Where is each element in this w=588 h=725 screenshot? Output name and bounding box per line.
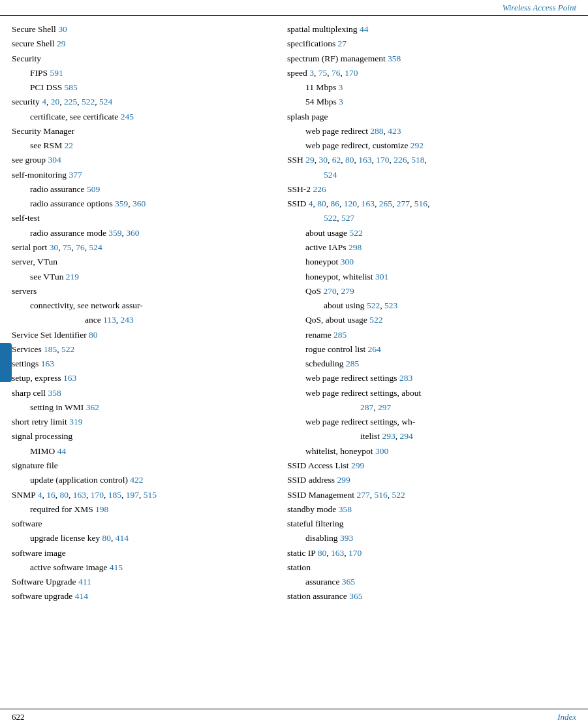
page-link[interactable]: 29 [305, 155, 315, 165]
page-link[interactable]: 523 [384, 300, 397, 310]
page-link[interactable]: 522 [324, 213, 337, 223]
page-link[interactable]: 591 [50, 68, 63, 78]
page-link[interactable]: 524 [89, 242, 102, 252]
page-link[interactable]: 300 [375, 446, 388, 456]
page-link[interactable]: 3 [309, 68, 314, 78]
page-link[interactable]: 359 [108, 228, 121, 238]
page-link[interactable]: 29 [57, 39, 66, 48]
page-link[interactable]: 163 [41, 359, 54, 368]
page-link[interactable]: 75 [318, 68, 328, 78]
page-link[interactable]: 225 [64, 97, 77, 106]
page-link[interactable]: 4 [309, 199, 313, 208]
page-link[interactable]: 516 [414, 199, 427, 208]
page-link[interactable]: 283 [399, 373, 412, 383]
page-link[interactable]: 219 [66, 272, 79, 282]
page-link[interactable]: 415 [110, 562, 123, 572]
page-link[interactable]: 264 [368, 344, 381, 354]
page-link[interactable]: 524 [99, 97, 112, 106]
page-link[interactable]: 285 [333, 330, 347, 340]
page-link[interactable]: 243 [121, 315, 134, 325]
page-link[interactable]: 30 [50, 242, 59, 252]
page-link[interactable]: 509 [87, 184, 100, 194]
page-link[interactable]: 4 [38, 490, 42, 500]
page-link[interactable]: 319 [69, 417, 82, 427]
page-link[interactable]: 365 [349, 591, 362, 601]
page-link[interactable]: 80 [317, 199, 326, 208]
page-link[interactable]: 80 [345, 155, 354, 165]
page-link[interactable]: 279 [341, 286, 354, 296]
page-link[interactable]: 120 [344, 199, 357, 208]
page-link[interactable]: 185 [44, 344, 57, 354]
page-link[interactable]: 365 [342, 577, 355, 587]
page-link[interactable]: 300 [341, 257, 354, 266]
page-link[interactable]: 358 [388, 54, 401, 63]
page-link[interactable]: 170 [376, 155, 389, 165]
page-link[interactable]: 3 [339, 97, 343, 106]
page-link[interactable]: 585 [65, 82, 78, 92]
page-link[interactable]: 524 [324, 170, 337, 180]
page-link[interactable]: 293 [382, 431, 395, 441]
page-link[interactable]: 298 [348, 242, 362, 252]
page-link[interactable]: 301 [375, 272, 388, 282]
page-link[interactable]: 297 [378, 402, 391, 412]
page-link[interactable]: 76 [76, 242, 85, 252]
page-link[interactable]: 163 [73, 490, 86, 500]
page-link[interactable]: 362 [86, 402, 99, 412]
page-link[interactable]: 358 [339, 504, 352, 514]
page-link[interactable]: 422 [130, 475, 143, 485]
page-link[interactable]: 358 [48, 388, 61, 398]
page-link[interactable]: 62 [332, 155, 341, 165]
page-link[interactable]: 393 [340, 533, 353, 543]
page-link[interactable]: 80 [59, 490, 69, 500]
page-link[interactable]: 277 [397, 199, 410, 208]
page-link[interactable]: 76 [332, 68, 341, 78]
page-link[interactable]: 80 [89, 330, 98, 340]
page-link[interactable]: 44 [57, 446, 67, 456]
page-link[interactable]: 163 [358, 155, 371, 165]
page-link[interactable]: 30 [318, 155, 328, 165]
page-link[interactable]: 198 [95, 504, 108, 514]
page-link[interactable]: 287 [360, 402, 373, 412]
page-link[interactable]: 285 [346, 359, 359, 368]
page-link[interactable]: 27 [338, 39, 347, 48]
page-link[interactable]: 163 [331, 548, 344, 558]
page-link[interactable]: 299 [337, 475, 350, 485]
page-link[interactable]: 270 [323, 286, 336, 296]
page-link[interactable]: 288 [370, 126, 383, 136]
page-link[interactable]: 75 [63, 242, 72, 252]
page-link[interactable]: 245 [121, 112, 134, 121]
page-link[interactable]: 522 [82, 97, 95, 106]
page-link[interactable]: 359 [115, 199, 128, 208]
page-link[interactable]: 515 [144, 490, 157, 500]
page-link[interactable]: 170 [345, 68, 358, 78]
page-link[interactable]: 518 [411, 155, 424, 165]
page-link[interactable]: 360 [132, 199, 146, 208]
page-link[interactable]: 44 [360, 24, 369, 34]
page-link[interactable]: 197 [126, 490, 139, 500]
page-link[interactable]: 277 [356, 490, 369, 500]
page-link[interactable]: 16 [46, 490, 55, 500]
page-link[interactable]: 516 [374, 490, 387, 500]
page-link[interactable]: 360 [126, 228, 139, 238]
page-link[interactable]: 299 [351, 460, 364, 470]
page-link[interactable]: 22 [65, 140, 74, 150]
page-link[interactable]: 377 [69, 170, 82, 180]
page-link[interactable]: 170 [348, 548, 362, 558]
page-link[interactable]: 86 [330, 199, 339, 208]
page-link[interactable]: 265 [379, 199, 392, 208]
page-link[interactable]: 80 [318, 548, 327, 558]
page-link[interactable]: 113 [103, 315, 116, 325]
page-link[interactable]: 414 [75, 591, 88, 601]
page-link[interactable]: 522 [392, 490, 405, 500]
page-link[interactable]: 163 [362, 199, 375, 208]
page-link[interactable]: 30 [58, 24, 67, 34]
page-link[interactable]: 20 [51, 97, 60, 106]
page-link[interactable]: 522 [369, 315, 382, 325]
page-link[interactable]: 170 [91, 490, 104, 500]
page-link[interactable]: 423 [388, 126, 401, 136]
page-link[interactable]: 414 [116, 533, 129, 543]
page-link[interactable]: 4 [42, 97, 46, 106]
page-link[interactable]: 527 [341, 213, 354, 223]
page-link[interactable]: 292 [410, 140, 424, 150]
page-link[interactable]: 304 [48, 155, 61, 165]
